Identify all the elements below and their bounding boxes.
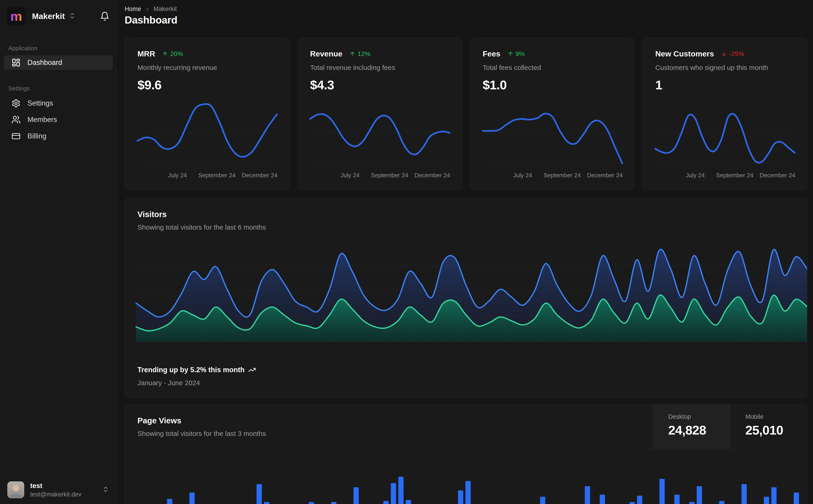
user-menu[interactable]: test test@makerkit.dev bbox=[4, 479, 112, 500]
gear-icon bbox=[11, 99, 21, 108]
layout-dashboard-icon bbox=[11, 58, 21, 67]
page-views-tab-mobile[interactable]: Mobile 25,010 bbox=[730, 404, 807, 449]
revenue-sparkline-chart bbox=[310, 100, 450, 170]
main-content: Home Makerkit Dashboard MRR 20% Monthly … bbox=[117, 0, 813, 504]
sidebar-item-label: Billing bbox=[27, 132, 46, 140]
stat-value: $1.0 bbox=[470, 72, 635, 92]
sidebar-item-label: Members bbox=[27, 116, 57, 124]
page-views-card: Page Views Showing total visitors for th… bbox=[125, 404, 807, 504]
arrow-up-icon bbox=[162, 51, 168, 57]
avatar bbox=[7, 481, 24, 498]
x-tick: September 24 bbox=[716, 172, 753, 179]
breadcrumb: Home Makerkit bbox=[125, 5, 177, 13]
sidebar-item-label: Settings bbox=[27, 99, 53, 107]
x-tick: September 24 bbox=[371, 172, 408, 179]
trend-badge: 12% bbox=[349, 50, 370, 58]
chevron-right-icon bbox=[144, 6, 150, 12]
chevrons-up-down-icon[interactable] bbox=[69, 12, 76, 20]
sidebar-item-settings[interactable]: Settings bbox=[4, 96, 113, 111]
stat-card-fees: Fees 9% Total fees collected $1.0 July 2… bbox=[470, 37, 635, 190]
x-tick: December 24 bbox=[414, 172, 450, 179]
stat-card-revenue: Revenue 12% Total revenue including fees… bbox=[297, 37, 462, 190]
user-name: test bbox=[30, 482, 81, 490]
stat-card-new-customers: New Customers -25% Customers who signed … bbox=[643, 37, 807, 190]
visitors-footer-range: January - June 2024 bbox=[137, 379, 256, 387]
nav-section-settings: Settings bbox=[8, 85, 30, 92]
x-tick: September 24 bbox=[543, 172, 581, 179]
user-email: test@makerkit.dev bbox=[30, 491, 81, 498]
arrow-down-icon bbox=[721, 51, 727, 57]
stat-card-mrr: MRR 20% Monthly recurring revenue $9.6 J… bbox=[125, 37, 290, 190]
page-views-subtitle: Showing total visitors for the last 3 mo… bbox=[137, 430, 640, 438]
chevrons-up-down-icon[interactable] bbox=[102, 486, 109, 494]
sidebar-item-members[interactable]: Members bbox=[4, 112, 113, 127]
x-tick: December 24 bbox=[587, 172, 623, 179]
page-views-bar-chart bbox=[136, 463, 807, 504]
stat-title: New Customers bbox=[655, 49, 714, 58]
sidebar-item-label: Dashboard bbox=[27, 58, 62, 67]
stat-value: 1 bbox=[643, 72, 807, 92]
trend-badge: 20% bbox=[162, 50, 183, 58]
stat-description: Total revenue including fees bbox=[298, 58, 462, 72]
x-tick: December 24 bbox=[760, 172, 795, 179]
page-views-tab-desktop[interactable]: Desktop 24,828 bbox=[653, 404, 730, 449]
x-tick: July 24 bbox=[168, 172, 187, 179]
fees-sparkline-chart bbox=[483, 100, 622, 170]
sidebar-item-billing[interactable]: Billing bbox=[4, 129, 113, 143]
x-tick: July 24 bbox=[686, 172, 705, 179]
nav-section-application: Application bbox=[8, 45, 37, 52]
x-tick: July 24 bbox=[513, 172, 532, 179]
stat-title: MRR bbox=[137, 49, 155, 58]
mrr-sparkline-chart bbox=[137, 100, 277, 170]
breadcrumb-current: Makerkit bbox=[153, 5, 177, 13]
stat-cards-row: MRR 20% Monthly recurring revenue $9.6 J… bbox=[125, 37, 807, 190]
stat-title: Fees bbox=[483, 49, 501, 58]
visitors-subtitle: Showing total visitors for the last 6 mo… bbox=[137, 223, 794, 231]
stat-description: Total fees collected bbox=[470, 58, 635, 72]
workspace-name[interactable]: Makerkit bbox=[32, 12, 65, 21]
page-title: Dashboard bbox=[125, 14, 177, 26]
stat-title: Revenue bbox=[310, 49, 343, 58]
x-tick: September 24 bbox=[198, 172, 236, 179]
new-customers-sparkline-chart bbox=[655, 100, 795, 170]
x-tick: July 24 bbox=[341, 172, 360, 179]
visitors-area-chart bbox=[136, 240, 807, 342]
x-tick: December 24 bbox=[242, 172, 278, 179]
page-views-header: Page Views Showing total visitors for th… bbox=[125, 404, 807, 449]
stat-description: Monthly recurring revenue bbox=[125, 58, 289, 72]
trending-up-icon bbox=[248, 366, 256, 374]
stat-value: $4.3 bbox=[298, 72, 462, 92]
trend-badge: -25% bbox=[721, 50, 744, 58]
visitors-title: Visitors bbox=[137, 210, 794, 219]
sidebar: m Makerkit Application Dashboard Setting… bbox=[0, 0, 117, 504]
workspace-selector[interactable]: m Makerkit bbox=[7, 7, 109, 26]
trend-badge: 9% bbox=[507, 50, 525, 58]
arrow-up-icon bbox=[349, 51, 356, 57]
users-icon bbox=[11, 115, 21, 124]
stat-value: $9.6 bbox=[125, 72, 289, 92]
credit-card-icon bbox=[11, 132, 21, 141]
visitors-card: Visitors Showing total visitors for the … bbox=[125, 198, 807, 399]
notifications-bell-icon[interactable] bbox=[100, 11, 109, 21]
visitors-footer-trend: Trending up by 5.2% this month bbox=[137, 366, 256, 374]
arrow-up-icon bbox=[507, 51, 514, 57]
page-views-title: Page Views bbox=[137, 416, 640, 425]
sidebar-item-dashboard[interactable]: Dashboard bbox=[4, 55, 113, 70]
stat-description: Customers who signed up this month bbox=[643, 58, 807, 72]
breadcrumb-home[interactable]: Home bbox=[125, 5, 141, 13]
makerkit-logo: m bbox=[7, 7, 26, 26]
